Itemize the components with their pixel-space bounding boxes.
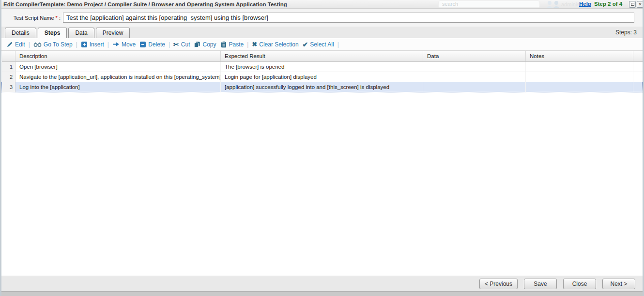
tab-details[interactable]: Details [5, 28, 36, 38]
move-arrow-icon [112, 41, 120, 47]
cell-description[interactable]: Log into the [application] [15, 82, 221, 92]
cell-notes[interactable] [526, 61, 633, 72]
table-row[interactable]: 2 Navigate to the [application_url], app… [2, 72, 643, 82]
column-header-expected-result[interactable]: Expected Result [221, 51, 423, 61]
cell-expected-result[interactable]: The [browser] is opened [221, 61, 423, 72]
delete-icon [139, 41, 146, 48]
next-button[interactable]: Next > [602, 279, 635, 289]
copy-button[interactable]: Copy [194, 41, 216, 48]
cell-notes[interactable] [526, 72, 633, 82]
go-to-step-button[interactable]: Go To Step [33, 41, 73, 48]
toolbar-separator: | [29, 41, 30, 48]
scissors-icon: ✂ [173, 41, 179, 48]
close-button[interactable]: ✕ [637, 1, 644, 8]
cell-spacer [633, 72, 643, 82]
paste-icon [220, 41, 227, 48]
cell-data[interactable] [423, 72, 526, 82]
column-header-row-number [2, 51, 15, 61]
toolbar-separator: | [76, 41, 77, 48]
table-header-row: Description Expected Result Data Notes [2, 51, 643, 61]
close-icon: ✕ [638, 2, 642, 7]
step-indicator: Step 2 of 4 [594, 1, 622, 7]
clear-selection-button[interactable]: ✖ Clear Selection [252, 41, 298, 48]
cell-spacer [633, 82, 643, 92]
edit-compiler-template-dialog: Edit CompilerTemplate: Demo Project / Co… [0, 0, 644, 296]
steps-table: Description Expected Result Data Notes 1… [1, 51, 643, 92]
cell-expected-result[interactable]: Login page for [application] displayed [221, 72, 423, 82]
edit-button[interactable]: Edit [6, 41, 25, 48]
close-dialog-button[interactable]: Close [563, 279, 596, 289]
previous-button[interactable]: < Previous [479, 279, 518, 289]
column-header-notes[interactable]: Notes [526, 51, 633, 61]
help-link[interactable]: Help [579, 1, 591, 7]
save-button[interactable]: Save [524, 279, 557, 289]
clear-x-icon: ✖ [252, 41, 257, 48]
background-search-input: search [438, 0, 540, 8]
cell-spacer [633, 61, 643, 72]
row-number[interactable]: 1 [2, 61, 15, 72]
background-user-avatar-icon [545, 0, 561, 10]
toolbar-separator: | [337, 41, 339, 48]
pencil-icon [6, 41, 13, 48]
column-header-description[interactable]: Description [15, 51, 221, 61]
dialog-title: Edit CompilerTemplate: Demo Project / Co… [3, 1, 287, 7]
test-script-name-row: Test Script Name * : [1, 9, 643, 27]
test-script-name-input[interactable] [63, 13, 634, 23]
steps-panel: Edit | Go To Step | Insert | Move Delete… [1, 38, 643, 276]
cell-notes[interactable] [526, 82, 633, 92]
test-script-name-label: Test Script Name * : [1, 15, 61, 21]
cell-expected-result[interactable]: [application] successfully logged into a… [221, 82, 423, 92]
tab-preview[interactable]: Preview [96, 28, 130, 38]
toolbar-separator: | [169, 41, 170, 48]
delete-button[interactable]: Delete [139, 41, 165, 48]
maximize-icon [631, 3, 634, 6]
cell-data[interactable] [423, 61, 526, 72]
steps-toolbar: Edit | Go To Step | Insert | Move Delete… [1, 38, 643, 51]
tab-steps[interactable]: Steps [38, 28, 67, 38]
steps-counter: Steps: 3 [615, 29, 637, 36]
row-number[interactable]: 2 [2, 72, 15, 82]
cell-description[interactable]: Navigate to the [application_url], appli… [15, 72, 221, 82]
tab-strip: Details Steps Data Preview Steps: 3 [1, 27, 643, 38]
select-all-button[interactable]: ✔ Select All [303, 41, 334, 48]
move-button[interactable]: Move [112, 41, 136, 48]
column-header-data[interactable]: Data [423, 51, 526, 61]
table-row-selected[interactable]: 3 Log into the [application] [applicatio… [2, 82, 643, 92]
cell-data[interactable] [423, 82, 526, 92]
toolbar-separator: | [107, 41, 109, 48]
tab-data[interactable]: Data [68, 28, 94, 38]
copy-icon [194, 41, 200, 48]
dialog-footer: < Previous Save Close Next > [1, 276, 643, 291]
binoculars-icon [33, 41, 42, 47]
dialog-title-bar: Edit CompilerTemplate: Demo Project / Co… [1, 0, 643, 9]
column-header-spacer [633, 51, 643, 61]
insert-icon [81, 41, 88, 48]
row-number[interactable]: 3 [2, 82, 15, 92]
checkmark-icon: ✔ [303, 41, 308, 48]
paste-button[interactable]: Paste [220, 41, 244, 48]
insert-button[interactable]: Insert [81, 41, 104, 48]
table-row[interactable]: 1 Open [browser] The [browser] is opened [2, 61, 643, 72]
maximize-button[interactable] [629, 1, 636, 8]
toolbar-separator: | [247, 41, 248, 48]
window-bottom-edge [1, 291, 643, 296]
cut-button[interactable]: ✂ Cut [173, 41, 190, 48]
cell-description[interactable]: Open [browser] [15, 61, 221, 72]
